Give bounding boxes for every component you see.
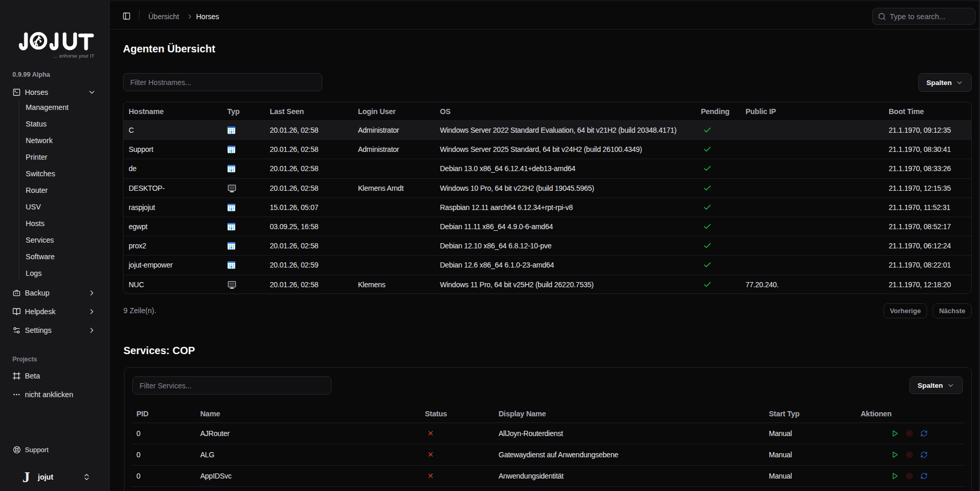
svg-text:... enhorse your IT: ... enhorse your IT xyxy=(53,53,94,59)
